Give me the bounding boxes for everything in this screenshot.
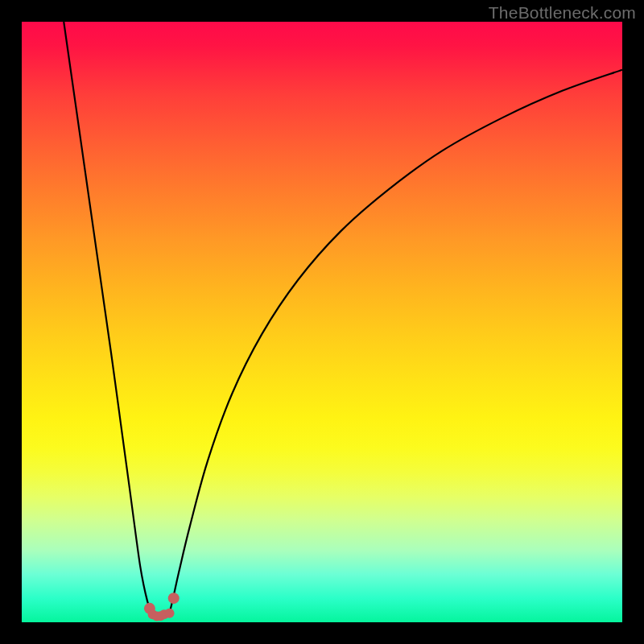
plot-area xyxy=(22,22,622,622)
watermark-text: TheBottleneck.com xyxy=(489,3,636,23)
left-branch-curve xyxy=(64,22,152,614)
chart-stage: TheBottleneck.com xyxy=(0,0,644,644)
curve-layer xyxy=(22,22,622,622)
right-branch-curve xyxy=(170,70,622,613)
trough-marker-group xyxy=(144,592,180,621)
trough-marker xyxy=(168,592,180,604)
trough-marker xyxy=(165,609,175,618)
